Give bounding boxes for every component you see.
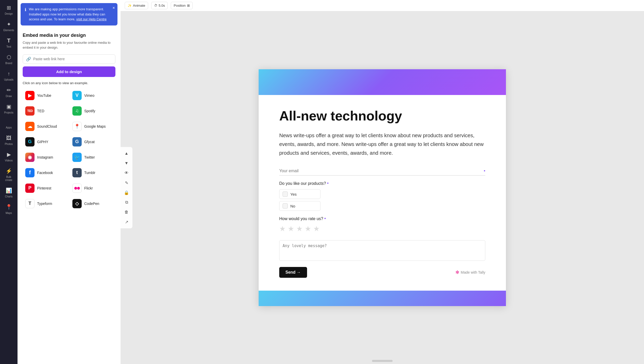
share-button[interactable]: ↗ (122, 218, 131, 226)
animate-label: Animate (133, 4, 145, 7)
app-logo-codepen: ◇ (72, 199, 82, 208)
sidebar-item-brand[interactable]: ⬡ Brand (1, 51, 16, 67)
app-item-giphy[interactable]: G GIPHY (23, 135, 68, 149)
elements-icon: ✦ (5, 21, 12, 28)
app-item-flickr[interactable]: ⬤⬤ Flickr (70, 181, 115, 195)
sidebar-item-design[interactable]: ⊞ Design (1, 2, 16, 18)
copy-button[interactable]: ⧉ (122, 198, 131, 207)
animate-icon: ✨ (128, 4, 132, 7)
app-label-codepen: CodePen (84, 202, 99, 206)
star-1[interactable]: ★ (279, 224, 286, 233)
collapse-down-button[interactable]: ▼ (122, 159, 131, 168)
sidebar-label-projects: Projects (4, 111, 13, 114)
sidebar-label-photos: Photos (5, 143, 13, 146)
app-item-tumblr[interactable]: t Tumblr (70, 166, 115, 180)
help-centre-link[interactable]: visit our Help Centre (76, 17, 107, 21)
star-4[interactable]: ★ (305, 224, 311, 233)
star-3[interactable]: ★ (296, 224, 303, 233)
sidebar-item-uploads[interactable]: ↑ Uploads (1, 68, 16, 83)
app-item-facebook[interactable]: f Facebook (23, 166, 68, 180)
sidebar-item-maps[interactable]: 📍 Maps (1, 201, 16, 217)
email-field: • (279, 167, 485, 176)
sidebar-item-photos[interactable]: 🖼 Photos (1, 132, 16, 148)
app-label-pinterest: Pinterest (37, 186, 51, 190)
lock-button[interactable]: 🔒 (122, 188, 131, 197)
sidebar-item-text[interactable]: T Text (1, 35, 16, 50)
eye-button[interactable]: 👁 (122, 169, 131, 177)
option-no[interactable]: No (279, 201, 320, 211)
app-item-codepen[interactable]: ◇ CodePen (70, 197, 115, 211)
charts-icon: 📊 (5, 187, 12, 194)
sidebar-item-charts[interactable]: 📊 Charts (1, 185, 16, 200)
canvas-toolbar: ✨ Animate ⏱ 5.0s Position ⊞ (121, 0, 644, 11)
brand-icon: ⬡ (5, 54, 12, 61)
left-sidebar: ⊞ Design ✦ Elements T Text ⬡ Brand ↑ Upl… (0, 0, 18, 364)
app-item-ted[interactable]: TED TED (23, 104, 68, 118)
sidebar-item-elements[interactable]: ✦ Elements (1, 19, 16, 34)
edit-button[interactable]: ✎ (122, 178, 131, 187)
position-button[interactable]: Position ⊞ (171, 2, 192, 9)
app-logo-tumblr: t (72, 168, 82, 177)
app-label-gfycat: Gfycat (84, 140, 95, 144)
duration-label: 5.0s (159, 4, 165, 7)
app-logo-flickr: ⬤⬤ (72, 184, 82, 193)
app-item-spotify[interactable]: ♫ Spotify (70, 104, 115, 118)
app-logo-pinterest: P (25, 184, 35, 193)
sidebar-label-design: Design (5, 12, 13, 15)
question2-label: How would you rate us? • (279, 216, 485, 221)
sidebar-item-draw[interactable]: ✏ Draw (1, 84, 16, 100)
canvas-scrollbar[interactable] (372, 360, 393, 362)
app-label-tumblr: Tumblr (84, 171, 95, 175)
duration-button[interactable]: ⏱ 5.0s (151, 2, 168, 9)
animate-button[interactable]: ✨ Animate (125, 2, 148, 9)
option-yes[interactable]: Yes (279, 189, 320, 199)
app-label-giphy: GIPHY (37, 140, 48, 144)
app-item-twitter[interactable]: 🐦 Twitter (70, 150, 115, 164)
delete-button[interactable]: 🗑 (122, 208, 131, 216)
radio-box-no (283, 203, 288, 209)
panel-title: Embed media in your design (23, 33, 115, 38)
url-input[interactable] (33, 57, 112, 61)
page-body-text: News write-ups offer a great way to let … (279, 131, 485, 157)
app-label-vimeo: Vimeo (84, 93, 94, 98)
star-2[interactable]: ★ (288, 224, 294, 233)
stars-row: ★ ★ ★ ★ ★ (279, 224, 485, 233)
app-item-soundcloud[interactable]: ☁ SoundCloud (23, 119, 68, 133)
sidebar-label-videos: Videos (5, 159, 13, 162)
app-grid: ▶ YouTube V Vimeo TED TED ♫ Spotify ☁ So… (23, 89, 115, 211)
uploads-icon: ↑ (5, 70, 12, 77)
email-input[interactable] (279, 167, 485, 176)
app-item-vimeo[interactable]: V Vimeo (70, 89, 115, 102)
add-to-design-button[interactable]: Add to design (23, 66, 115, 77)
sidebar-item-bulk-create[interactable]: ⚡ Bulk create (1, 165, 16, 184)
sidebar-label-draw: Draw (6, 95, 12, 98)
app-label-flickr: Flickr (84, 186, 93, 190)
app-logo-typeform: T (25, 199, 35, 208)
app-item-gfycat[interactable]: G Gfycat (70, 135, 115, 149)
click-hint: Click on any icon below to view an examp… (23, 81, 115, 85)
app-logo-ted: TED (25, 106, 35, 116)
app-label-youtube: YouTube (37, 93, 51, 98)
app-item-youtube[interactable]: ▶ YouTube (23, 89, 68, 102)
send-button[interactable]: Send → (279, 267, 307, 278)
app-item-instagram[interactable]: ◉ Instagram (23, 150, 68, 164)
star-5[interactable]: ★ (313, 224, 320, 233)
radio-box-yes (283, 192, 288, 197)
app-item-pinterest[interactable]: P Pinterest (23, 181, 68, 195)
app-item-typeform[interactable]: T Typeform (23, 197, 68, 211)
made-with-tally: ✻ Made with Tally (455, 270, 485, 275)
projects-icon: ▣ (5, 103, 12, 110)
info-close-button[interactable]: × (113, 6, 115, 10)
app-label-twitter: Twitter (84, 155, 95, 159)
question1-label: Do you like our products? • (279, 181, 485, 186)
collapse-up-button[interactable]: ▲ (122, 149, 131, 158)
message-textarea[interactable] (279, 240, 485, 261)
send-row: Send → ✻ Made with Tally (279, 267, 485, 278)
app-item-googlemaps[interactable]: 📍 Google Maps (70, 119, 115, 133)
sidebar-item-apps[interactable]: Apps (1, 117, 16, 131)
sidebar-item-projects[interactable]: ▣ Projects (1, 101, 16, 116)
url-input-row: 🔗 (23, 54, 115, 64)
app-logo-soundcloud: ☁ (25, 122, 35, 131)
app-label-typeform: Typeform (37, 202, 52, 206)
sidebar-item-videos[interactable]: ▶ Videos (1, 149, 16, 164)
